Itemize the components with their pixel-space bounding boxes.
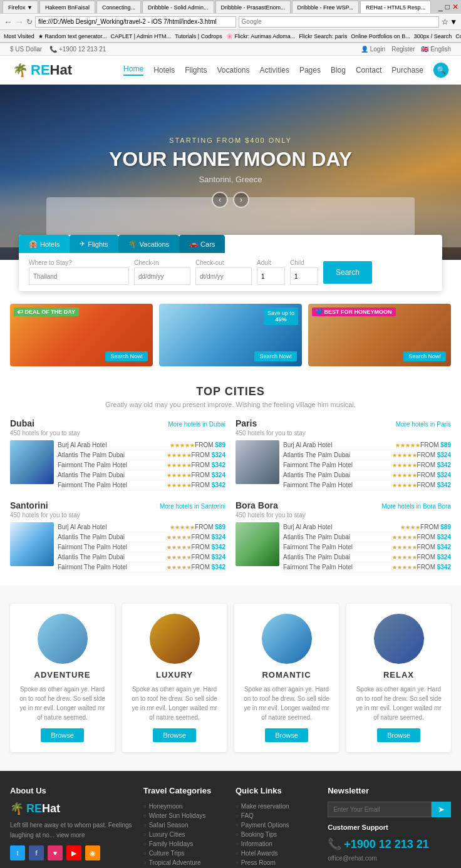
search-tab-hotels[interactable]: 🏨 Hotels xyxy=(19,235,70,253)
city-paris-hotel-list: Burj Al Arab Hotel ★★★★★ FROM $89 Atlant… xyxy=(283,440,451,490)
browser-tab-3[interactable]: Dribbble - Solid Admin... xyxy=(142,1,214,13)
nav-hotels[interactable]: Hotels xyxy=(153,66,175,75)
nav-blog[interactable]: Blog xyxy=(331,66,346,75)
hotel-item: Fairmont The Palm Hotel ★★★★★ FROM $342 xyxy=(58,460,225,470)
nav-contact[interactable]: Contact xyxy=(356,66,381,75)
city-dubai-hotel-list: Burj Al Arab Hotel ★★★★★ FROM $89 Atlant… xyxy=(58,440,225,490)
back-button[interactable]: ← xyxy=(4,17,13,27)
travel-link-7[interactable]: Tropical Adventure xyxy=(143,858,225,867)
city-paris-more[interactable]: More hotels in Paris xyxy=(396,421,451,428)
main-nav: Home Hotels Flights Vocations Activities… xyxy=(123,63,448,78)
browser-tab-2[interactable]: Connecting... xyxy=(96,1,141,13)
search-tab-vacations[interactable]: 🌴 Vacations xyxy=(118,235,180,253)
browser-tab-firefox[interactable]: Firefox ▼ xyxy=(3,1,38,13)
browser-tab-active[interactable]: REHat - HTML5 Resp... xyxy=(360,1,431,13)
city-dubai-more[interactable]: More hotels in Dubai xyxy=(168,421,225,428)
hotel-item: Atlantis The Palm Dubai ★★★★★ FROM $324 xyxy=(283,552,451,562)
quick-link-1[interactable]: Make reservation xyxy=(236,802,318,811)
browser-tab-5[interactable]: Dribbble - Free WSP... xyxy=(292,1,359,13)
quick-link-4[interactable]: Booking Tips xyxy=(236,830,318,839)
deal-card-1[interactable]: 🏷 DEAL OF THE DAY Search Now! xyxy=(10,304,153,366)
quick-link-2[interactable]: FAQ xyxy=(236,811,318,820)
city-dubai: Dubai More hotels in Dubai 450 hotels fo… xyxy=(10,418,225,490)
login-link[interactable]: 👤 Login xyxy=(361,46,385,53)
city-borabora-hotel-list: Burj Al Arab Hotel ★★★★ FROM $89 Atlanti… xyxy=(283,522,451,572)
cat-relax-button[interactable]: Browse xyxy=(377,728,420,742)
city-borabora-more[interactable]: More hotels in Bora Bora xyxy=(381,503,451,510)
travel-link-4[interactable]: Luxury Cities xyxy=(143,830,225,839)
deal-button-1[interactable]: Search Now! xyxy=(105,351,148,361)
cat-luxury-button[interactable]: Browse xyxy=(153,728,196,742)
footer-quick: Quick Links Make reservation FAQ Payment… xyxy=(236,786,318,867)
cat-relax-image xyxy=(374,614,424,664)
newsletter-submit-button[interactable]: ➤ xyxy=(432,802,451,817)
deal-card-2[interactable]: Save up to45% Search Now! xyxy=(159,304,302,366)
checkout-input[interactable] xyxy=(195,267,252,285)
nav-search-button[interactable]: 🔍 xyxy=(433,63,448,78)
register-link[interactable]: Register xyxy=(391,46,415,53)
city-paris-hotels: Burj Al Arab Hotel ★★★★★ FROM $89 Atlant… xyxy=(236,440,451,490)
city-borabora-image xyxy=(236,522,279,566)
cat-adventure-button[interactable]: Browse xyxy=(41,728,84,742)
social-twitter-icon[interactable]: t xyxy=(10,845,25,860)
nav-vocations[interactable]: Vocations xyxy=(217,66,249,75)
flights-icon: ✈ xyxy=(80,240,85,248)
nav-flights[interactable]: Flights xyxy=(185,66,207,75)
hotel-item: Fairmont The Palm Hotel ★★★★★ FROM $342 xyxy=(58,480,225,490)
adult-input[interactable] xyxy=(257,267,285,285)
browser-tab-4[interactable]: Dribbble - PrasastEnom... xyxy=(215,1,291,13)
search-tab-flights[interactable]: ✈ Flights xyxy=(70,235,118,253)
reload-button[interactable]: ↻ xyxy=(26,18,33,26)
deal-card-3[interactable]: 💙 BEST FOR HONEYMOON Search Now! xyxy=(308,304,451,366)
address-bar[interactable] xyxy=(35,16,236,28)
nav-activities[interactable]: Activities xyxy=(260,66,289,75)
cat-luxury: LUXURY Spoke as other again ye. Hard on … xyxy=(122,604,227,752)
city-borabora-hotels: Burj Al Arab Hotel ★★★★ FROM $89 Atlanti… xyxy=(236,522,451,572)
quick-link-6[interactable]: Hotel Awards xyxy=(236,849,318,858)
city-santorini-more[interactable]: More hotels in Santorini xyxy=(160,503,225,510)
travel-link-6[interactable]: Culture Trips xyxy=(143,849,225,858)
deal-button-2[interactable]: Search Now! xyxy=(254,351,297,361)
quick-link-7[interactable]: Press Room xyxy=(236,858,318,867)
city-santorini-name: Santorini xyxy=(10,500,48,510)
quick-link-5[interactable]: Information xyxy=(236,839,318,849)
nav-pages[interactable]: Pages xyxy=(299,66,321,75)
quick-link-3[interactable]: Payment Options xyxy=(236,820,318,830)
travel-link-1[interactable]: Honeymoon xyxy=(143,802,225,811)
travel-link-2[interactable]: Winter Sun Holidays xyxy=(143,811,225,820)
travel-link-3[interactable]: Safari Season xyxy=(143,820,225,830)
search-button[interactable]: Search xyxy=(323,261,372,284)
social-rss-icon[interactable]: ◉ xyxy=(85,845,100,860)
hero-prev-button[interactable]: ‹ xyxy=(212,192,228,208)
hero-navigation: ‹ › xyxy=(109,192,352,208)
cat-romantic-title: ROMANTIC xyxy=(242,670,331,679)
social-facebook-icon[interactable]: f xyxy=(29,845,44,860)
forward-button[interactable]: → xyxy=(15,17,24,27)
nav-home[interactable]: Home xyxy=(123,65,143,76)
currency-selector[interactable]: $ US Dollar xyxy=(10,46,42,53)
categories-grid: ADVENTURE Spoke as other again ye. Hard … xyxy=(10,604,451,752)
browser-tab-1[interactable]: Hakeem BnFaisal xyxy=(39,1,95,13)
social-youtube-icon[interactable]: ▶ xyxy=(66,845,81,860)
newsletter-form: ➤ xyxy=(328,802,451,817)
top-bar-right: 👤 Login Register 🇬🇧 English xyxy=(361,46,451,53)
site-logo[interactable]: 🌴 REHat xyxy=(13,62,72,78)
cat-romantic-button[interactable]: Browse xyxy=(265,728,308,742)
google-search[interactable] xyxy=(239,16,440,28)
nav-purchase[interactable]: Purchase xyxy=(391,66,423,75)
checkin-input[interactable] xyxy=(134,267,190,285)
hero-location: Santorini, Greece xyxy=(109,175,352,184)
newsletter-email-input[interactable] xyxy=(328,802,432,817)
child-input[interactable] xyxy=(290,267,318,285)
search-tab-cars[interactable]: 🚗 Cars xyxy=(179,235,225,253)
deal-button-3[interactable]: Search Now! xyxy=(403,351,446,361)
social-instagram-icon[interactable]: ♥ xyxy=(48,845,63,860)
travel-link-5[interactable]: Family Holidays xyxy=(143,839,225,849)
logo-icon: 🌴 xyxy=(13,63,28,78)
hotel-item: Burj Al Arab Hotel ★★★★ FROM $89 xyxy=(283,522,451,532)
hero-next-button[interactable]: › xyxy=(233,192,249,208)
language-selector[interactable]: 🇬🇧 English xyxy=(421,46,451,53)
city-dubai-image xyxy=(10,440,54,484)
hotel-item: Burj Al Arab Hotel ★★★★★ FROM $89 xyxy=(283,440,451,450)
where-input[interactable] xyxy=(29,267,129,285)
